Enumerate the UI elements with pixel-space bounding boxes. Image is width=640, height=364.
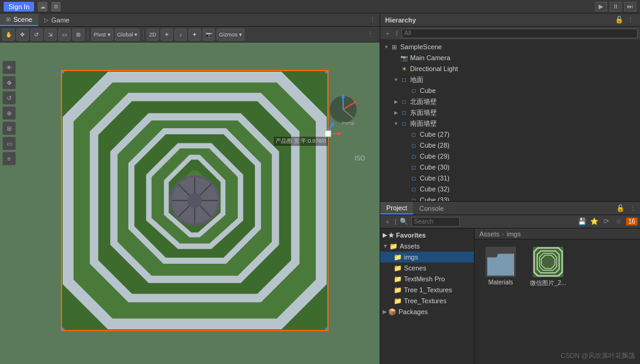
p-item-packages[interactable]: ▶ 📦 Packages [380,306,474,317]
layer-button[interactable]: ≡ [2,152,16,165]
maze-svg [62,71,327,330]
star-icon[interactable]: ☆ [614,217,624,227]
path-sep-1: › [502,230,504,238]
cloud-icon: ☁ [38,2,47,12]
fit-button[interactable]: ⊞ [2,122,16,135]
scene-viewport[interactable]: 👁 ✥ ↺ ⊕ ⊞ ▭ ≡ [0,43,380,364]
h-item-cube28[interactable]: □ Cube (28) [380,140,640,151]
favorites-label: ★ Favorites [388,232,426,239]
transform-tool-button[interactable]: ⊞ [72,29,85,41]
tab-game[interactable]: ▷ Game [38,13,75,26]
zoom-button[interactable]: ⊕ [2,106,16,120]
tab-project[interactable]: Project [380,202,413,215]
h-item-main-camera[interactable]: 📷 Main Camera [380,52,640,63]
sel-corner-tr [325,70,329,74]
global-button[interactable]: Global ▾ [115,29,141,41]
hierarchy-search-input[interactable] [402,29,638,38]
bottom-more-icon[interactable]: ⋮ [628,204,638,213]
toolbar-sep-2 [143,30,144,39]
p-item-textmesh[interactable]: 📁 TextMesh Pro [380,273,474,284]
cube27-icon: □ [409,130,418,139]
favorites-icon[interactable]: ⭐ [590,217,599,227]
hierarchy-add-button[interactable]: + [383,29,392,38]
history-icon[interactable]: ⟳ [602,217,611,227]
tabs-more-button[interactable]: ⋮ [366,16,380,24]
step-button[interactable]: ⏭ [624,2,636,12]
camera-button[interactable]: 📷 [203,29,215,41]
settings-icon[interactable]: ⚙ [51,2,61,12]
arrow-cube32 [402,185,409,193]
move-2d-button[interactable]: ✥ [2,76,16,89]
h-item-nanmian[interactable]: ▼ □ 南面墙壁 [380,118,640,129]
arrow-cube29 [402,153,409,160]
p-item-assets[interactable]: ▼ 📁 Assets [380,241,474,252]
light-icon: ☀ [400,64,408,73]
h-item-dir-light[interactable]: ☀ Directional Light [380,63,640,74]
arrow-cube30 [402,163,409,171]
frame-button[interactable]: ▭ [2,137,16,150]
bottom-tab-icons: 🔓 ⋮ [616,204,640,213]
transform-handle[interactable] [313,118,343,150]
pause-button[interactable]: ⏸ [610,2,622,12]
bottom-toolbar: + | 🔍 💾 ⭐ ⟳ ☆ 16 [380,215,640,228]
h-item-cube31[interactable]: □ Cube (31) [380,173,640,184]
h-label-cube32: Cube (32) [420,185,450,193]
gizmos-button[interactable]: Gizmos ▾ [217,29,245,41]
scene-tabs-bar: ⊞ Scene ▷ Game ⋮ [0,13,380,27]
tab-scene-label: Scene [13,16,32,23]
h-item-cube29[interactable]: □ Cube (29) [380,151,640,162]
p-item-tree[interactable]: 📁 Tree_Textures [380,295,474,306]
p-label-assets: Assets [400,242,420,250]
h-item-cube33[interactable]: □ Cube (33) [380,194,640,201]
rect-tool-button[interactable]: ▭ [58,29,71,41]
h-item-beimian[interactable]: ▶ □ 北面墙壁 [380,96,640,107]
audio-button[interactable]: ♪ [175,29,187,41]
assets-path-breadcrumb: Assets › imgs [475,228,640,239]
cube31-icon: □ [409,174,418,182]
save-layout-icon[interactable]: 💾 [577,217,587,227]
tab-console[interactable]: Console [413,202,450,215]
project-search-input[interactable] [411,217,460,227]
cube28-icon: □ [409,141,418,149]
scale-tool-button[interactable]: ⇲ [44,29,57,41]
error-badge: 16 [626,218,638,225]
h-item-cube27[interactable]: □ Cube (27) [380,129,640,140]
h-item-samplescene[interactable]: ▼ ⊞ SampleScene [380,41,640,52]
tab-scene[interactable]: ⊞ Scene [0,13,38,26]
h-item-dimian[interactable]: ▼ □ 地面 [380,74,640,85]
rotate-tool-button[interactable]: ↺ [30,29,43,41]
asset-item-materials[interactable]: Materials [479,244,522,290]
eye-button[interactable]: 👁 [2,61,16,74]
h-label-cube30: Cube (30) [420,163,450,171]
asset-name-maze: 微信图片_2... [530,279,566,287]
p-item-tree1[interactable]: 📁 Tree 1_Textures [380,284,474,295]
effects-button[interactable]: ✦ [189,29,201,41]
bottom-lock-icon[interactable]: 🔓 [616,204,625,213]
h-item-cube32[interactable]: □ Cube (32) [380,184,640,194]
rotate-2d-button[interactable]: ↺ [2,91,16,105]
sign-in-button[interactable]: Sign In [4,2,34,12]
asset-item-maze[interactable]: 微信图片_2... [527,244,569,290]
move-tool-button[interactable]: ✥ [16,29,29,41]
cube32-icon: □ [409,185,418,193]
search-icon: 🔍 [399,217,409,227]
p-label-imgs: imgs [404,253,418,261]
hierarchy-content: ▼ ⊞ SampleScene 📷 Main Camera ☀ Directi [380,40,640,201]
pivot-button[interactable]: Pivot ▾ [91,29,113,41]
p-item-scenes[interactable]: 📁 Scenes [380,263,474,273]
p-item-imgs[interactable]: 📁 imgs [380,252,474,263]
lighting-button[interactable]: ☀ [161,29,173,41]
hierarchy-more-icon[interactable]: ⋮ [625,15,635,25]
hierarchy-lock-icon[interactable]: 🔓 [614,15,624,25]
h-item-dongmian[interactable]: ▶ □ 东面墙壁 [380,107,640,118]
assets-grid: Materials [475,239,640,295]
hand-tool-button[interactable]: ✋ [2,29,15,41]
h-item-cube30[interactable]: □ Cube (30) [380,162,640,173]
scene-toolbar-more[interactable]: ⋮ [363,30,377,38]
project-add-button[interactable]: + [383,217,392,227]
play-button[interactable]: ▶ [595,2,607,12]
top-bar: Sign In ☁ ⚙ ▶ ⏸ ⏭ [0,0,640,13]
h-item-cube-dimian[interactable]: □ Cube [380,85,640,96]
bottom-toolbar-sep: | [395,218,397,225]
2d-toggle-button[interactable]: 2D [147,29,159,41]
